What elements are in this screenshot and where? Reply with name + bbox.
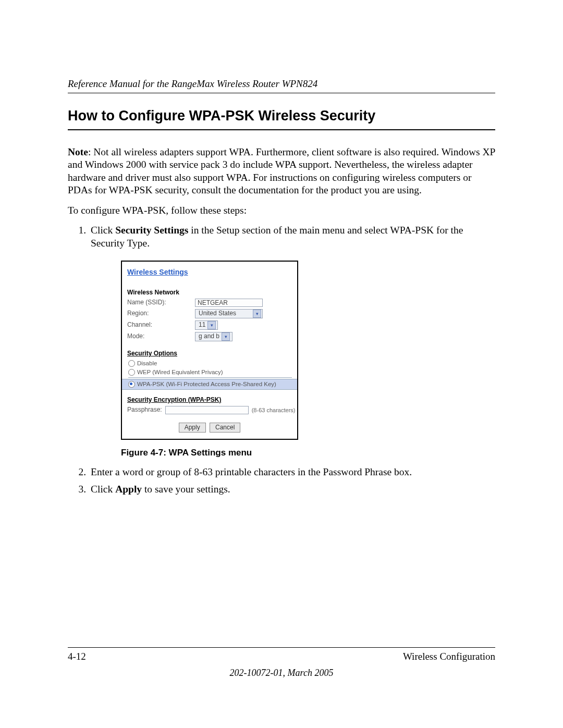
ssid-label: Name (SSID): [127, 299, 195, 306]
running-header: Reference Manual for the RangeMax Wirele… [68, 78, 495, 90]
radio-icon [128, 360, 135, 367]
security-options-heading: Security Options [127, 350, 292, 357]
step-3: Click Apply to save your settings. [89, 483, 495, 496]
intro-paragraph: To configure WPA-PSK, follow these steps… [68, 204, 495, 217]
radio-checked-icon [128, 381, 135, 388]
passphrase-input[interactable] [165, 406, 249, 414]
chevron-down-icon: ▾ [253, 310, 261, 318]
security-option-wpa-psk[interactable]: WPA-PSK (Wi-Fi Protected Access Pre-Shar… [122, 379, 297, 390]
security-option-wep[interactable]: WEP (Wired Equivalent Privacy) [128, 368, 292, 378]
channel-label: Channel: [127, 321, 195, 329]
option-disable-label: Disable [137, 360, 157, 367]
doc-id: 202-10072-01, March 2005 [68, 668, 495, 678]
chevron-down-icon: ▾ [207, 321, 216, 329]
page-footer: 4-12 Wireless Configuration 202-10072-01… [68, 647, 495, 678]
screenshot-buttons: Apply Cancel [127, 423, 292, 433]
section-title: How to Configure WPA-PSK Wireless Securi… [68, 108, 495, 124]
steps-list: Click Security Settings in the Setup sec… [68, 224, 495, 496]
region-select-value: United States [199, 310, 251, 317]
panel-title: Wireless Settings [127, 268, 292, 277]
step-3-post: to save your settings. [142, 484, 230, 495]
footer-rule [68, 647, 495, 648]
document-page: Reference Manual for the RangeMax Wirele… [0, 0, 563, 728]
channel-select[interactable]: 11 ▾ [195, 320, 218, 330]
passphrase-label: Passphrase: [127, 406, 162, 414]
mode-select[interactable]: g and b ▾ [195, 332, 232, 341]
security-option-disable[interactable]: Disable [128, 360, 292, 367]
ssid-input[interactable] [195, 299, 263, 307]
ssid-row: Name (SSID): [127, 299, 292, 307]
radio-icon [128, 369, 135, 376]
wireless-network-heading: Wireless Network [127, 289, 292, 297]
chapter-name: Wireless Configuration [403, 651, 495, 662]
page-content: Reference Manual for the RangeMax Wirele… [68, 78, 495, 500]
step-1-bold: Security Settings [115, 225, 188, 236]
mode-row: Mode: g and b ▾ [127, 332, 292, 341]
note-label: Note [68, 146, 88, 157]
mode-label: Mode: [127, 332, 195, 340]
note-paragraph: Note: Not all wireless adapters support … [68, 146, 495, 197]
region-label: Region: [127, 310, 195, 317]
region-select[interactable]: United States ▾ [195, 309, 263, 318]
step-1: Click Security Settings in the Setup sec… [89, 224, 495, 459]
security-encryption-heading: Security Encryption (WPA-PSK) [127, 396, 292, 404]
body-text: Note: Not all wireless adapters support … [68, 146, 495, 496]
option-wep-label: WEP (Wired Equivalent Privacy) [137, 368, 223, 376]
option-wpa-label: WPA-PSK (Wi-Fi Protected Access Pre-Shar… [137, 380, 276, 388]
passphrase-row: Passphrase: (8-63 characters) [127, 406, 292, 414]
apply-button[interactable]: Apply [179, 423, 206, 433]
channel-row: Channel: 11 ▾ [127, 320, 292, 330]
footer-row: 4-12 Wireless Configuration [68, 651, 495, 662]
step-3-pre: Click [91, 484, 115, 495]
figure-caption: Figure 4-7: WPA Settings menu [121, 447, 495, 459]
wireless-settings-screenshot: Wireless Settings Wireless Network Name … [121, 261, 298, 440]
step-3-bold: Apply [115, 484, 142, 495]
step-1-pre: Click [91, 225, 115, 236]
mode-select-value: g and b [199, 332, 219, 340]
chevron-down-icon: ▾ [222, 332, 230, 341]
page-number: 4-12 [68, 651, 86, 662]
note-text: : Not all wireless adapters support WPA.… [68, 146, 495, 195]
region-row: Region: United States ▾ [127, 309, 292, 318]
step-2: Enter a word or group of 8-63 printable … [89, 466, 495, 479]
header-rule [68, 93, 495, 93]
title-rule [68, 129, 495, 130]
passphrase-hint: (8-63 characters) [252, 406, 296, 414]
channel-select-value: 11 [199, 321, 205, 329]
cancel-button[interactable]: Cancel [210, 423, 240, 433]
